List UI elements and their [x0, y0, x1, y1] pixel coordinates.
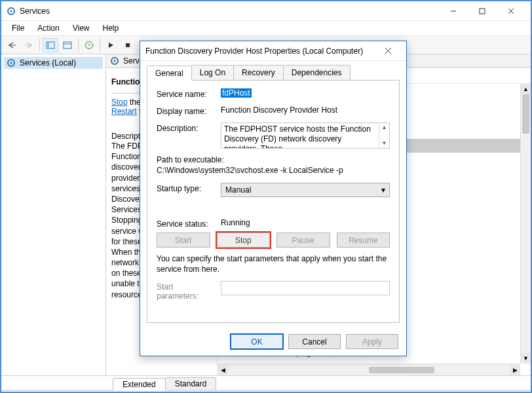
scroll-left-icon[interactable]: ◀	[218, 365, 228, 375]
titlebar[interactable]: Services	[1, 1, 531, 21]
start-parameters-input[interactable]	[221, 281, 390, 295]
value-service-name[interactable]: fdPHost	[221, 88, 252, 98]
dialog-tab-dependencies[interactable]: Dependencies	[283, 65, 351, 80]
statusbar	[1, 390, 531, 393]
dialog-tabstrip: General Log On Recovery Dependencies	[147, 65, 400, 81]
label-display-name: Display name:	[157, 105, 216, 116]
cancel-button[interactable]: Cancel	[288, 334, 341, 349]
h-scroll-thumb[interactable]	[369, 367, 434, 373]
svg-rect-10	[64, 42, 71, 48]
menubar: File Action View Help	[1, 21, 531, 36]
svg-rect-15	[126, 43, 130, 47]
value-display-name: Function Discovery Provider Host	[221, 105, 390, 115]
value-path: C:\Windows\system32\svchost.exe -k Local…	[157, 166, 390, 175]
gear-icon	[7, 58, 16, 67]
svg-rect-9	[47, 42, 49, 48]
label-startup-type: Startup type:	[157, 183, 216, 193]
dialog-tab-recovery[interactable]: Recovery	[233, 65, 284, 80]
restart-service-link[interactable]: Restart	[111, 107, 137, 116]
start-params-hint: You can specify the start parameters tha…	[157, 254, 390, 274]
label-description: Description:	[157, 122, 216, 133]
svg-point-1	[10, 10, 12, 12]
help-button[interactable]: ?	[81, 38, 97, 52]
svg-marker-14	[109, 43, 113, 48]
dialog-titlebar[interactable]: Function Discovery Provider Host Propert…	[140, 41, 406, 61]
svg-rect-3	[480, 9, 485, 14]
services-app-icon	[7, 7, 16, 16]
horizontal-scrollbar[interactable]: ◀ ▶	[218, 364, 520, 375]
start-service-button[interactable]	[103, 38, 119, 52]
scroll-down-icon[interactable]: ▼	[521, 353, 531, 364]
description-scrollbar[interactable]: ▲▼	[379, 123, 389, 148]
gear-icon	[110, 56, 119, 66]
dialog-title: Function Discovery Provider Host Propert…	[145, 47, 375, 56]
scroll-right-icon[interactable]: ▶	[510, 365, 520, 375]
resume-button[interactable]: Resume	[337, 233, 390, 248]
start-button[interactable]: Start	[157, 233, 210, 248]
startup-type-value: Manual	[225, 185, 251, 195]
stop-service-link[interactable]: Stop	[111, 98, 128, 107]
minimize-button[interactable]	[439, 2, 468, 20]
stop-service-button[interactable]	[120, 38, 136, 52]
menu-action[interactable]: Action	[32, 22, 64, 34]
svg-text:?: ?	[88, 43, 91, 48]
scroll-thumb[interactable]	[522, 94, 529, 134]
menu-view[interactable]: View	[67, 22, 95, 34]
value-service-status: Running	[221, 218, 390, 227]
window-title: Services	[20, 7, 439, 16]
dialog-tab-logon[interactable]: Log On	[191, 65, 234, 80]
pause-button[interactable]: Pause	[276, 233, 330, 248]
export-list-button[interactable]	[60, 38, 75, 52]
close-button[interactable]	[497, 2, 525, 20]
scroll-down-icon[interactable]: ▼	[379, 139, 389, 148]
startup-type-dropdown[interactable]: Manual ▾	[221, 183, 390, 197]
menu-file[interactable]: File	[7, 22, 29, 34]
vertical-scrollbar[interactable]: ▲ ▼	[520, 84, 531, 364]
chevron-down-icon: ▾	[381, 185, 385, 195]
description-box[interactable]: The FDPHOST service hosts the Function D…	[221, 122, 390, 149]
tree-root-label: Services (Local)	[20, 58, 76, 67]
tab-standard[interactable]: Standard	[165, 377, 217, 390]
apply-button[interactable]: Apply	[346, 334, 398, 349]
value-description: The FDPHOST service hosts the Function D…	[224, 124, 371, 149]
ok-button[interactable]: OK	[231, 334, 283, 349]
stop-button[interactable]: Stop	[217, 233, 271, 248]
svg-point-21	[10, 62, 12, 64]
scroll-up-icon[interactable]: ▲	[521, 84, 531, 94]
label-service-status: Service status:	[157, 218, 216, 229]
label-start-params: Start parameters:	[157, 281, 216, 301]
tab-extended[interactable]: Extended	[113, 378, 166, 390]
dialog-close-button[interactable]	[375, 42, 401, 60]
forward-button[interactable]	[21, 38, 37, 52]
maximize-button[interactable]	[468, 2, 497, 20]
tree-pane: Services (Local)	[1, 54, 106, 375]
view-tabs: Extended Standard	[1, 375, 531, 390]
dialog-tab-general[interactable]: General	[147, 66, 192, 81]
scroll-up-icon[interactable]: ▲	[379, 123, 389, 132]
label-service-name: Service name:	[157, 88, 216, 99]
properties-dialog: Function Discovery Provider Host Propert…	[140, 41, 407, 356]
svg-point-23	[114, 60, 116, 62]
label-path: Path to executable:	[157, 155, 390, 164]
tree-root-services-local[interactable]: Services (Local)	[4, 57, 103, 69]
menu-help[interactable]: Help	[98, 22, 124, 34]
show-hide-tree-button[interactable]	[43, 38, 58, 52]
back-button[interactable]	[4, 38, 20, 52]
dialog-tab-content: Service name: fdPHost Display name: Func…	[147, 81, 400, 323]
